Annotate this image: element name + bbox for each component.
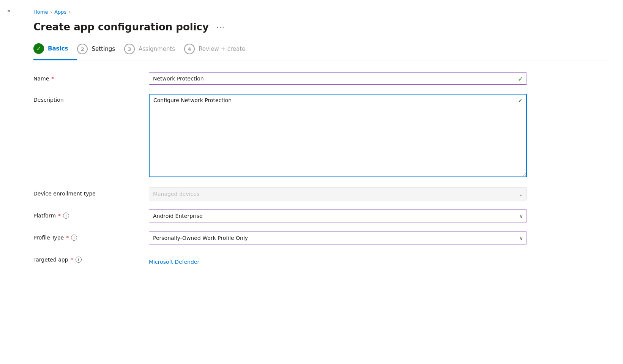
step-circle-assignments: 3 xyxy=(124,44,135,54)
description-textarea[interactable]: Configure Network Protection xyxy=(149,94,527,177)
targeted-app-link[interactable]: Microsoft Defender xyxy=(149,256,199,265)
form-label-targeted-app: Targeted app * i xyxy=(33,254,140,263)
step-circle-basics: ✓ xyxy=(33,43,44,54)
platform-select[interactable]: Android EnterpriseiOS/iPadOSWindows xyxy=(149,210,527,222)
device-enrollment-select[interactable]: Managed devices xyxy=(149,188,527,200)
platform-select-wrap: Android EnterpriseiOS/iPadOSWindows ∨ xyxy=(149,210,527,222)
step-label-assignments: Assignments xyxy=(139,46,175,52)
targeted-app-value-wrap: Microsoft Defender xyxy=(149,254,527,265)
form-label-name: Name * xyxy=(33,72,140,82)
profile-type-select[interactable]: Personally-Owned Work Profile OnlyCorpor… xyxy=(149,232,527,244)
required-star-profile-type: * xyxy=(66,235,69,241)
step-circle-settings: 2 xyxy=(77,44,88,54)
description-checkmark-icon: ✓ xyxy=(518,97,523,104)
step-assignments[interactable]: 3 Assignments xyxy=(124,44,184,60)
sidebar-collapse-button[interactable]: « xyxy=(3,5,15,17)
step-settings[interactable]: 2 Settings xyxy=(77,44,124,60)
breadcrumb-sep-2: › xyxy=(69,9,71,15)
form-row-platform: Platform * i Android EnterpriseiOS/iPadO… xyxy=(33,210,527,222)
page-title-row: Create app configuration policy ··· xyxy=(33,21,608,33)
form-label-profile-type: Profile Type * i xyxy=(33,232,140,241)
required-star-name: * xyxy=(51,76,54,82)
form-row-description: Description Configure Network Protection… xyxy=(33,94,527,178)
name-checkmark-icon: ✓ xyxy=(518,76,523,83)
name-control-wrap: ✓ xyxy=(149,72,527,85)
form-row-profile-type: Profile Type * i Personally-Owned Work P… xyxy=(33,232,527,244)
breadcrumb-sep-1: › xyxy=(50,9,52,15)
form-row-targeted-app: Targeted app * i Microsoft Defender xyxy=(33,254,527,265)
step-basics[interactable]: ✓ Basics xyxy=(33,43,77,60)
required-star-targeted-app: * xyxy=(71,257,73,263)
form-row-device-enrollment: Device enrollment type Managed devices ⌄ xyxy=(33,188,527,200)
form-row-name: Name * ✓ xyxy=(33,72,527,85)
description-control-wrap: Configure Network Protection ✓ xyxy=(149,94,527,178)
step-circle-review: 4 xyxy=(184,44,195,54)
form-label-device-enrollment: Device enrollment type xyxy=(33,188,140,197)
form-section: Name * ✓ Description Configure Network P… xyxy=(33,72,527,265)
device-enrollment-select-wrap: Managed devices ⌄ xyxy=(149,188,527,200)
form-label-description: Description xyxy=(33,94,140,103)
targeted-app-info-icon[interactable]: i xyxy=(76,257,82,263)
page-title: Create app configuration policy xyxy=(33,21,209,33)
platform-info-icon[interactable]: i xyxy=(63,213,69,219)
breadcrumb-apps[interactable]: Apps xyxy=(54,9,66,15)
breadcrumb-home[interactable]: Home xyxy=(33,9,48,15)
form-label-platform: Platform * i xyxy=(33,210,140,219)
profile-type-select-wrap: Personally-Owned Work Profile OnlyCorpor… xyxy=(149,232,527,244)
name-input[interactable] xyxy=(149,72,527,85)
sidebar: « xyxy=(0,0,18,364)
profile-type-info-icon[interactable]: i xyxy=(71,235,77,241)
required-star-platform: * xyxy=(58,213,61,219)
collapse-icon: « xyxy=(7,7,11,14)
main-content: Home › Apps › Create app configuration p… xyxy=(18,0,623,364)
step-review-create[interactable]: 4 Review + create xyxy=(184,44,254,60)
breadcrumb: Home › Apps › xyxy=(33,9,608,15)
step-label-settings: Settings xyxy=(91,46,115,52)
wizard-steps: ✓ Basics 2 Settings 3 Assignments 4 Revi… xyxy=(33,43,608,60)
step-label-basics: Basics xyxy=(48,45,68,52)
step-label-review: Review + create xyxy=(199,46,245,52)
more-options-button[interactable]: ··· xyxy=(213,21,228,33)
